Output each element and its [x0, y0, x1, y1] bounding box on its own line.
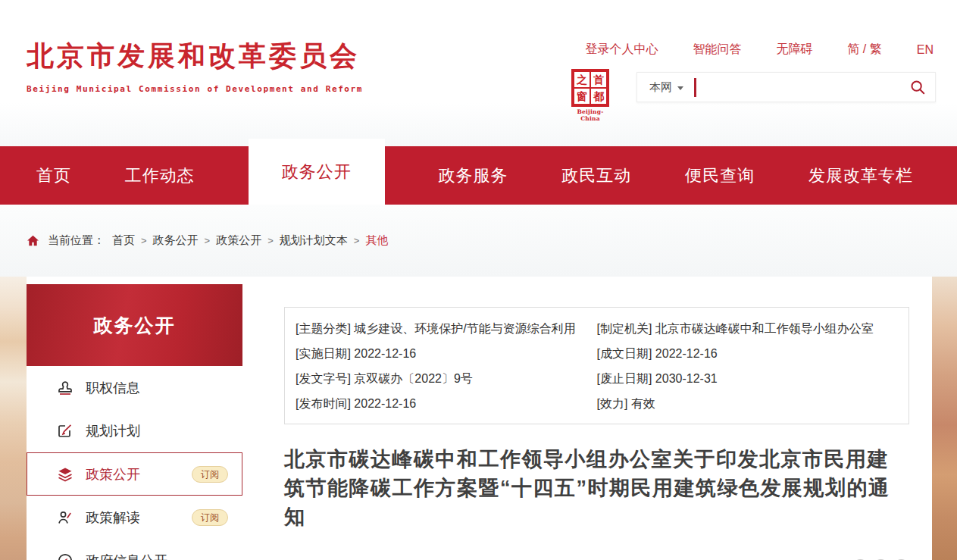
subscribe-badge[interactable]: 订阅 — [192, 466, 228, 483]
meta-value: 2022-12-16 — [354, 347, 416, 360]
seal-char: 窗 — [574, 88, 590, 105]
breadcrumb-separator: > — [354, 235, 360, 246]
breadcrumb-policy-disclosure[interactable]: 政策公开 — [216, 233, 261, 248]
capital-window-caption: Beijing-China — [570, 108, 611, 122]
search-icon — [909, 79, 926, 95]
layers-icon — [56, 465, 74, 483]
breadcrumb-separator: > — [141, 235, 147, 246]
person-interpret-icon — [56, 508, 74, 527]
nav-item-development-reform-column[interactable]: 发展改革专栏 — [808, 164, 913, 187]
sidebar: 政务公开 职权信息 规划计划 — [27, 284, 242, 560]
content-area: 政务公开 职权信息 规划计划 — [0, 277, 957, 560]
smart-qa-link[interactable]: 智能问答 — [693, 42, 741, 58]
meta-label: [废止日期] — [597, 372, 652, 385]
subscribe-badge[interactable]: 订阅 — [192, 509, 228, 526]
meta-repeal-date: [废止日期] 2030-12-31 — [597, 371, 899, 387]
page: 北京市发展和改革委员会 Beijing Municipal Commission… — [0, 0, 957, 560]
meta-label: [成文日期] — [597, 347, 652, 360]
seal-char: 首 — [590, 71, 607, 88]
sidebar-menu: 职权信息 规划计划 政策公开 订阅 — [27, 366, 242, 560]
meta-label: [效力] — [597, 397, 628, 410]
sidebar-item-government-info-disclosure[interactable]: 政府信息公开 — [27, 539, 242, 560]
meta-label: [发布时间] — [296, 397, 351, 410]
site-logo[interactable]: 北京市发展和改革委员会 Beijing Municipal Commission… — [27, 38, 363, 94]
sidebar-item-label: 政策解读 — [86, 508, 140, 527]
sidebar-item-policy-disclosure[interactable]: 政策公开 订阅 — [27, 452, 242, 496]
header-utility-links: 登录个人中心 智能问答 无障碍 简 / 繁 EN — [550, 42, 934, 58]
login-personal-center-link[interactable]: 登录个人中心 — [585, 42, 658, 58]
meta-value: 有效 — [631, 397, 655, 410]
meta-written-date: [成文日期] 2022-12-16 — [597, 346, 899, 362]
document-panel: [主题分类] 城乡建设、环境保护/节能与资源综合利用 [制定机关] 北京市碳达峰… — [261, 307, 932, 560]
meta-label: [发文字号] — [296, 372, 351, 385]
search-button[interactable] — [906, 76, 929, 99]
meta-value: 北京市碳达峰碳中和工作领导小组办公室 — [655, 322, 874, 335]
meta-value: 2022-12-16 — [354, 397, 416, 410]
site-header: 北京市发展和改革委员会 Beijing Municipal Commission… — [0, 0, 957, 146]
sidebar-item-label: 职权信息 — [86, 379, 140, 397]
nav-item-public-interaction[interactable]: 政民互动 — [561, 164, 631, 187]
sidebar-item-label: 规划计划 — [86, 422, 140, 440]
meta-document-number: [发文字号] 京双碳办〔2022〕9号 — [296, 371, 597, 387]
nav-item-work-news[interactable]: 工作动态 — [125, 164, 195, 187]
sidebar-item-label: 政策公开 — [86, 465, 140, 483]
breadcrumb-band: 当前位置： 首页 > 政务公开 > 政策公开 > 规划计划文本 > 其他 — [0, 205, 957, 277]
sidebar-item-label: 政府信息公开 — [86, 552, 167, 560]
meta-value: 2030-12-31 — [655, 372, 718, 385]
chevron-down-icon — [677, 86, 683, 90]
sidebar-item-planning[interactable]: 规划计划 — [27, 409, 242, 452]
seal-char: 之 — [574, 71, 590, 88]
meta-implementation-date: [实施日期] 2022-12-16 — [296, 346, 597, 362]
nav-item-home[interactable]: 首页 — [36, 164, 71, 187]
meta-label: [主题分类] — [296, 322, 351, 335]
breadcrumb-prefix: 当前位置： — [48, 233, 105, 248]
meta-label: [实施日期] — [296, 347, 351, 360]
meta-value: 京双碳办〔2022〕9号 — [354, 372, 473, 385]
breadcrumb-separator: > — [267, 235, 274, 246]
meta-publish-time: [发布时间] 2022-12-16 — [296, 396, 597, 412]
accessibility-link[interactable]: 无障碍 — [776, 42, 812, 58]
compass-icon — [56, 552, 74, 560]
meta-validity: [效力] 有效 — [597, 396, 899, 412]
search-input[interactable] — [696, 73, 907, 102]
site-subtitle: Beijing Municipal Commission of Developm… — [27, 84, 363, 94]
search-scope-label: 本网 — [649, 80, 672, 95]
breadcrumb-home[interactable]: 首页 — [112, 233, 135, 248]
plan-edit-icon — [56, 422, 74, 440]
meta-topic-category: [主题分类] 城乡建设、环境保护/节能与资源综合利用 — [296, 321, 597, 337]
meta-issuing-agency: [制定机关] 北京市碳达峰碳中和工作领导小组办公室 — [597, 321, 899, 337]
simplified-traditional-link[interactable]: 简 / 繁 — [847, 42, 881, 58]
site-title: 北京市发展和改革委员会 — [27, 38, 363, 75]
breadcrumb-other[interactable]: 其他 — [365, 233, 388, 248]
document-meta-box: [主题分类] 城乡建设、环境保护/节能与资源综合利用 [制定机关] 北京市碳达峰… — [284, 307, 909, 424]
main-navigation: 首页 工作动态 政务公开 政务服务 政民互动 便民查询 发展改革专栏 — [0, 146, 957, 205]
search-scope-dropdown[interactable]: 本网 — [649, 80, 683, 95]
home-icon — [27, 234, 39, 247]
site-search: 本网 — [636, 72, 936, 102]
meta-value: 2022-12-16 — [655, 347, 718, 360]
nav-item-government-affairs[interactable]: 政务公开 — [249, 139, 385, 205]
capital-window-logo[interactable]: 之 首 窗 都 Beijing-China — [570, 69, 611, 122]
page-title: 北京市碳达峰碳中和工作领导小组办公室关于印发北京市民用建筑节能降碳工作方案暨“十… — [284, 445, 907, 531]
nav-item-convenient-inquiry[interactable]: 便民查询 — [685, 164, 755, 187]
meta-value: 城乡建设、环境保护/节能与资源综合利用 — [354, 322, 575, 335]
breadcrumb-government-affairs[interactable]: 政务公开 — [153, 233, 199, 248]
breadcrumb: 当前位置： 首页 > 政务公开 > 政策公开 > 规划计划文本 > 其他 — [27, 233, 388, 248]
capital-window-seal: 之 首 窗 都 — [571, 69, 609, 107]
nav-item-government-services[interactable]: 政务服务 — [438, 164, 508, 187]
meta-label: [制定机关] — [597, 322, 652, 335]
sidebar-item-authority-info[interactable]: 职权信息 — [27, 366, 242, 409]
breadcrumb-separator: > — [205, 235, 211, 246]
sidebar-title: 政务公开 — [27, 284, 242, 366]
breadcrumb-planning-texts[interactable]: 规划计划文本 — [280, 233, 348, 248]
stamp-icon — [56, 379, 74, 397]
seal-char: 都 — [590, 88, 607, 105]
sidebar-item-policy-interpretation[interactable]: 政策解读 订阅 — [27, 496, 242, 539]
english-link[interactable]: EN — [917, 43, 934, 57]
